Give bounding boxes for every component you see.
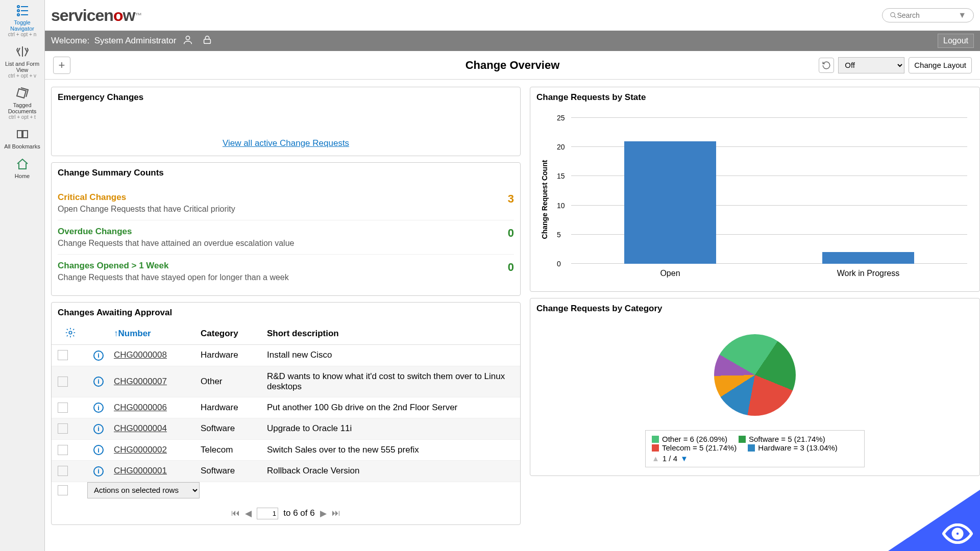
panel-title: Emergency Changes <box>52 87 520 108</box>
row-checkbox[interactable] <box>58 350 68 360</box>
view-all-change-requests-link[interactable]: View all active Change Requests <box>52 108 520 156</box>
chart-y-axis-label: Change Request Count <box>541 160 549 239</box>
refresh-button[interactable] <box>819 58 834 73</box>
svg-point-13 <box>955 531 960 536</box>
welcome-bar: Welcome: System Administrator Logout <box>45 31 980 51</box>
search-icon <box>890 11 897 20</box>
legend-item[interactable]: Other = 6 (26.09%) <box>652 435 727 443</box>
summary-count: 0 <box>508 261 514 274</box>
row-checkbox[interactable] <box>58 377 68 387</box>
row-category: Software <box>201 466 267 476</box>
y-tick-label: 0 <box>557 260 561 268</box>
rail-tagged-documents[interactable]: Tagged Documentsctrl + opt + t <box>0 83 44 124</box>
row-category: Telecom <box>201 445 267 455</box>
row-checkbox[interactable] <box>58 423 68 434</box>
all-bookmarks-icon <box>2 128 42 142</box>
panel-title: Changes Awaiting Approval <box>52 303 520 323</box>
change-number-link[interactable]: CHG0000006 <box>114 403 167 412</box>
pager-last-icon[interactable]: ⏭ <box>332 508 340 518</box>
summary-name: Overdue Changes <box>58 227 294 237</box>
svg-point-9 <box>186 36 190 40</box>
legend-label: Hardware = 3 (13.04%) <box>758 443 838 452</box>
bar-open[interactable] <box>624 141 716 264</box>
change-number-link[interactable]: CHG0000008 <box>114 350 167 360</box>
user-icon[interactable] <box>182 34 195 47</box>
rail-toggle-navigator[interactable]: Toggle Navigatorctrl + opt + n <box>0 0 44 41</box>
logout-button[interactable]: Logout <box>938 34 974 48</box>
change-layout-button[interactable]: Change Layout <box>909 57 972 73</box>
search-input[interactable] <box>897 11 958 19</box>
list-form-view-icon <box>2 45 42 60</box>
svg-point-7 <box>891 13 895 17</box>
pager-prev-icon[interactable]: ◀ <box>245 508 252 519</box>
table-pager: ⏮ ◀ to 6 of 6 ▶ ⏭ <box>52 503 520 524</box>
summary-row[interactable]: Overdue ChangesChange Requests that have… <box>58 220 514 255</box>
info-icon[interactable]: i <box>93 424 104 434</box>
change-number-link[interactable]: CHG0000001 <box>114 466 167 475</box>
pager-page-input[interactable] <box>257 508 278 519</box>
column-number-sort[interactable]: ↑Number <box>114 329 201 339</box>
pie-legend: Other = 6 (26.09%)Software = 5 (21.74%)T… <box>645 430 865 467</box>
gear-icon[interactable] <box>65 331 76 340</box>
column-category[interactable]: Category <box>201 329 267 339</box>
info-icon[interactable]: i <box>93 350 104 361</box>
legend-item[interactable]: Hardware = 3 (13.04%) <box>748 443 838 452</box>
y-tick-label: 5 <box>557 231 561 239</box>
select-all-checkbox[interactable] <box>58 485 68 495</box>
summary-name: Critical Changes <box>58 192 235 203</box>
rail-home[interactable]: Home <box>0 154 44 183</box>
row-checkbox[interactable] <box>58 445 68 455</box>
info-icon[interactable]: i <box>93 403 104 413</box>
add-widget-button[interactable]: + <box>53 57 70 74</box>
row-short-description: Install new Cisco <box>267 350 514 360</box>
row-checkbox[interactable] <box>58 403 68 413</box>
pager-range: to 6 of 6 <box>283 508 314 518</box>
summary-row[interactable]: Critical ChangesOpen Change Requests tha… <box>58 186 514 220</box>
pie-chart[interactable] <box>714 334 796 416</box>
bar-work-in-progress[interactable] <box>822 252 914 264</box>
y-tick-label: 20 <box>557 143 565 151</box>
change-number-link[interactable]: CHG0000002 <box>114 445 167 455</box>
refresh-interval-select[interactable]: Off <box>838 57 904 73</box>
row-checkbox[interactable] <box>58 466 68 476</box>
info-icon[interactable]: i <box>93 466 104 477</box>
legend-swatch <box>652 436 659 443</box>
svg-point-11 <box>69 331 72 334</box>
row-short-description: Rollback Oracle Version <box>267 466 514 476</box>
corner-widget[interactable] <box>888 490 980 551</box>
page-header: + Change Overview Off Change Layout <box>45 51 980 80</box>
panel-title: Change Requests by State <box>530 87 979 108</box>
rail-list-form-view[interactable]: List and Form Viewctrl + opt + v <box>0 41 44 83</box>
row-short-description: R&D wants to know what it'd cost to swit… <box>267 371 514 392</box>
info-icon[interactable]: i <box>93 445 104 455</box>
lock-icon[interactable] <box>202 34 215 47</box>
legend-item[interactable]: Telecom = 5 (21.74%) <box>652 443 737 452</box>
table-row: iCHG0000008HardwareInstall new Cisco <box>52 345 520 366</box>
table-row: iCHG0000007OtherR&D wants to know what i… <box>52 366 520 397</box>
change-number-link[interactable]: CHG0000004 <box>114 423 167 433</box>
summary-name: Changes Opened > 1 Week <box>58 261 289 271</box>
column-short-description[interactable]: Short description <box>267 329 514 339</box>
pager-next-icon[interactable]: ▶ <box>320 508 327 519</box>
summary-desc: Open Change Requests that have Critical … <box>58 205 235 214</box>
chevron-down-icon[interactable]: ▼ <box>958 11 966 20</box>
pager-first-icon[interactable]: ⏮ <box>231 508 240 518</box>
legend-item[interactable]: Software = 5 (21.74%) <box>739 435 825 443</box>
change-number-link[interactable]: CHG0000007 <box>114 377 167 386</box>
actions-on-selected-rows-select[interactable]: Actions on selected rows <box>87 482 200 498</box>
legend-next-icon[interactable]: ▼ <box>680 454 688 463</box>
legend-page-indicator: 1 / 4 <box>663 454 677 463</box>
legend-label: Other = 6 (26.09%) <box>662 435 727 443</box>
global-search[interactable]: ▼ <box>882 8 974 22</box>
legend-label: Software = 5 (21.74%) <box>749 435 825 443</box>
panel-change-requests-by-category: Change Requests by Category Other = 6 (2… <box>530 298 980 476</box>
panel-changes-awaiting-approval: Changes Awaiting Approval ↑Number Catego… <box>51 302 521 525</box>
sort-asc-icon: ↑ <box>114 329 118 338</box>
summary-row[interactable]: Changes Opened > 1 WeekChange Requests t… <box>58 255 514 288</box>
info-icon[interactable]: i <box>93 377 104 387</box>
row-category: Hardware <box>201 350 267 360</box>
row-category: Other <box>201 377 267 387</box>
legend-prev-icon[interactable]: ▲ <box>652 454 659 463</box>
panel-change-requests-by-state: Change Requests by State Change Request … <box>530 87 980 292</box>
rail-all-bookmarks[interactable]: All Bookmarks <box>0 124 44 154</box>
